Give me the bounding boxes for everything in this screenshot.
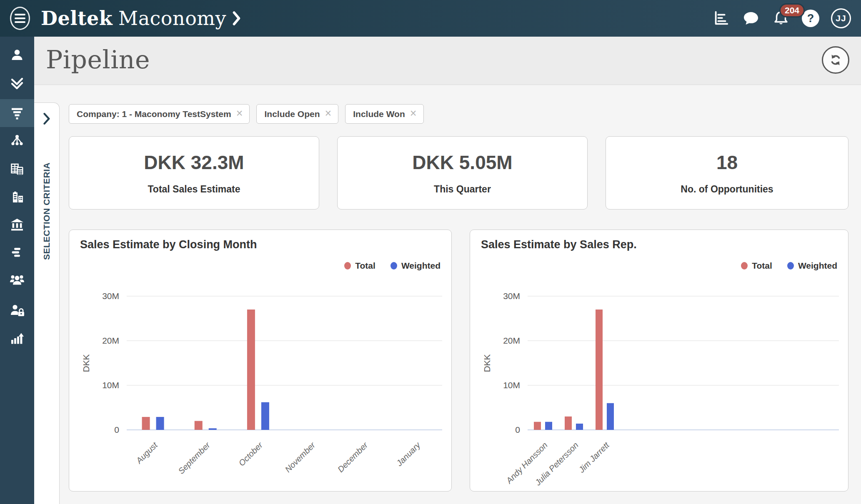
- expand-panel-chevron-icon[interactable]: [34, 110, 60, 127]
- page-header: Pipeline: [34, 37, 861, 85]
- kpi-label: Total Sales Estimate: [148, 184, 240, 195]
- x-axis-label: September: [176, 440, 212, 476]
- y-tick-label: 0: [515, 425, 520, 434]
- selection-criteria-label[interactable]: SELECTION CRITERIA: [42, 162, 52, 260]
- legend-item-total[interactable]: Total: [344, 261, 375, 271]
- double-check-icon: [10, 76, 25, 91]
- kpi-total-sales-estimate: DKK 32.3M Total Sales Estimate: [69, 136, 319, 210]
- legend-item-weighted[interactable]: Weighted: [390, 261, 441, 271]
- page-title: Pipeline: [46, 45, 150, 74]
- table-calculator-icon: [10, 161, 25, 176]
- legend-dot-icon: [390, 262, 397, 269]
- bar-weighted-september[interactable]: [209, 428, 217, 430]
- x-axis-label: August: [134, 440, 160, 465]
- bar-weighted-julia-petersson[interactable]: [576, 424, 583, 430]
- people-group-icon: [10, 272, 25, 287]
- filter-chip-label: Include Open: [264, 109, 320, 119]
- x-axis-label: October: [237, 440, 265, 468]
- bar-total-andy-hansson[interactable]: [534, 422, 541, 430]
- left-sidebar: [0, 37, 34, 504]
- bar-weighted-august[interactable]: [156, 417, 164, 430]
- remove-filter-icon[interactable]: ×: [236, 108, 243, 119]
- breadcrumb-chevron-icon: [232, 11, 241, 25]
- kpi-label: No. of Opportunities: [681, 184, 773, 195]
- y-tick-label: 30M: [503, 291, 520, 301]
- y-tick-label: 0: [114, 425, 119, 434]
- brand-secondary: Maconomy: [118, 7, 226, 30]
- selection-criteria-label-wrap: SELECTION CRITERIA: [34, 149, 60, 274]
- filter-chip-row: Company: 1 - Maconomy TestSystem × Inclu…: [69, 104, 424, 124]
- sidebar-item-hierarchy[interactable]: [0, 127, 34, 153]
- bar-weighted-andy-hansson[interactable]: [545, 422, 552, 430]
- y-axis-title: DKK: [81, 354, 91, 372]
- pipeline-dashboard: { "navbar": { "brand": { "primary": "Del…: [0, 0, 861, 504]
- top-navbar: Deltek Maconomy 204 ? JJ: [0, 0, 861, 37]
- y-tick-label: 10M: [102, 380, 119, 390]
- bar-weighted-jim-jarrett[interactable]: [607, 403, 614, 430]
- sidebar-item-double-check[interactable]: [0, 70, 34, 96]
- filter-icon: [10, 106, 25, 121]
- y-tick-label: 20M: [102, 336, 119, 345]
- notifications-bell-icon[interactable]: 204: [772, 9, 790, 27]
- chart-sales-estimate-by-sales-rep: Sales Estimate by Sales Rep. 010M20M30MD…: [470, 230, 848, 492]
- kpi-no-of-opportunities: 18 No. of Opportunities: [606, 136, 848, 210]
- legend-item-total[interactable]: Total: [741, 261, 772, 271]
- bar-total-october[interactable]: [247, 309, 255, 430]
- sidebar-item-growth-chart[interactable]: [0, 326, 34, 352]
- legend-dot-icon: [344, 262, 351, 269]
- avatar[interactable]: JJ: [831, 8, 851, 28]
- filter-chip-label: Company: 1 - Maconomy TestSystem: [77, 109, 231, 119]
- y-axis-title: DKK: [482, 354, 492, 372]
- y-tick-label: 30M: [102, 291, 119, 301]
- legend-dot-icon: [741, 262, 748, 269]
- x-axis-label: November: [283, 440, 318, 474]
- sidebar-item-bank[interactable]: [0, 212, 34, 237]
- kpi-this-quarter: DKK 5.05M This Quarter: [337, 136, 588, 210]
- sidebar-item-user-lock[interactable]: [0, 297, 34, 323]
- legend-dot-icon: [787, 262, 794, 269]
- chart-sales-estimate-by-closing-month: Sales Estimate by Closing Month 010M20M3…: [69, 230, 452, 492]
- legend-label: Total: [752, 261, 772, 271]
- chart-legend: TotalWeighted: [741, 261, 837, 271]
- remove-filter-icon[interactable]: ×: [410, 108, 417, 119]
- legend-label: Weighted: [798, 261, 837, 271]
- sidebar-item-people-group[interactable]: [0, 267, 34, 293]
- remove-filter-icon[interactable]: ×: [325, 108, 332, 119]
- brand-logo[interactable]: Deltek Maconomy: [41, 0, 241, 37]
- sidebar-item-buildings[interactable]: [0, 184, 34, 210]
- chart-legend: TotalWeighted: [344, 261, 441, 271]
- sidebar-item-filter[interactable]: [0, 99, 34, 127]
- user-icon: [10, 47, 25, 62]
- x-axis-label: December: [336, 440, 370, 474]
- refresh-button[interactable]: [822, 46, 849, 74]
- analytics-icon[interactable]: [712, 9, 730, 27]
- kpi-value: 18: [716, 151, 738, 174]
- x-axis-label: January: [394, 440, 422, 468]
- sidebar-item-stacked-bars[interactable]: [0, 240, 34, 265]
- selection-criteria-panel: SELECTION CRITERIA: [34, 102, 60, 504]
- chat-icon[interactable]: [742, 9, 760, 27]
- legend-label: Total: [355, 261, 375, 271]
- y-tick-label: 10M: [503, 380, 520, 390]
- growth-chart-icon: [10, 331, 25, 346]
- bar-total-september[interactable]: [195, 421, 203, 430]
- sidebar-item-user[interactable]: [0, 42, 34, 68]
- filter-chip-include-won[interactable]: Include Won ×: [345, 104, 423, 124]
- sidebar-item-table-calculator[interactable]: [0, 156, 34, 182]
- x-axis-label: Jim Jarrett: [577, 440, 611, 474]
- notification-count-badge[interactable]: 204: [779, 3, 805, 17]
- bar-total-jim-jarrett[interactable]: [596, 309, 603, 430]
- bank-icon: [10, 217, 25, 232]
- bar-total-julia-petersson[interactable]: [565, 417, 572, 430]
- kpi-value: DKK 5.05M: [412, 151, 512, 174]
- refresh-icon: [828, 53, 843, 67]
- bar-total-august[interactable]: [142, 417, 150, 430]
- kpi-label: This Quarter: [434, 184, 491, 195]
- navbar-actions: 204 ? JJ: [712, 0, 851, 37]
- filter-chip-company[interactable]: Company: 1 - Maconomy TestSystem ×: [69, 104, 250, 124]
- y-tick-label: 20M: [503, 336, 520, 345]
- filter-chip-include-open[interactable]: Include Open ×: [256, 104, 338, 124]
- legend-item-weighted[interactable]: Weighted: [787, 261, 837, 271]
- menu-icon[interactable]: [10, 7, 30, 30]
- bar-weighted-october[interactable]: [261, 402, 269, 430]
